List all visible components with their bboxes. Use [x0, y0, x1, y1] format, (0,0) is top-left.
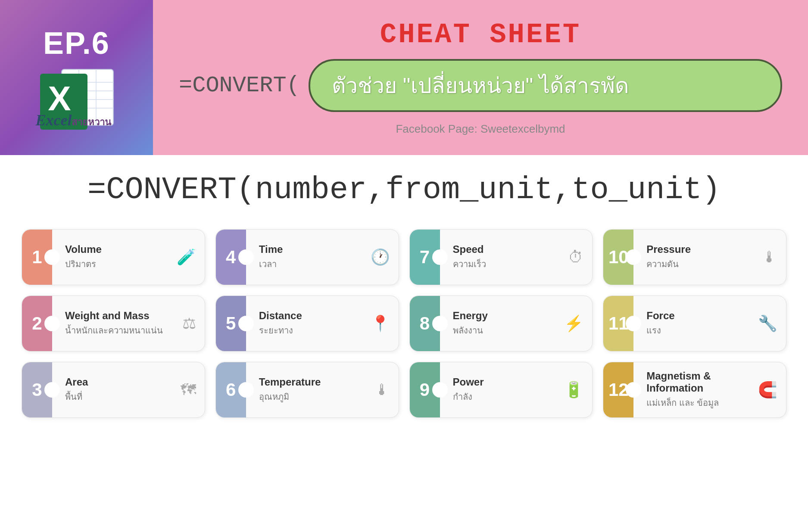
card-title: Pressure [646, 243, 753, 255]
cards-grid: 1 Volume ปริมาตร 🧪 4 Time เวลา 🕐 7 Speed… [0, 216, 808, 439]
card-subtitle: แม่เหล็ก และ ข้อมูล [646, 396, 749, 410]
card-icon: 🕐 [371, 248, 390, 266]
card-content: Distance ระยะทาง [246, 303, 371, 344]
card-item: 6 Temperature อุณหภูมิ 🌡 [215, 362, 399, 418]
card-number: 12 [603, 362, 633, 417]
card-number: 4 [216, 230, 246, 285]
card-title: Magnetism & Information [646, 370, 749, 394]
card-number: 2 [22, 296, 52, 351]
fb-page: Facebook Page: Sweetexcelbymd [179, 122, 782, 136]
card-content: Pressure ความดัน [633, 237, 762, 277]
card-item: 7 Speed ความเร็ว ⏱ [409, 229, 593, 285]
card-subtitle: ระยะทาง [259, 324, 362, 337]
card-item: 1 Volume ปริมาตร 🧪 [22, 229, 205, 285]
card-icon: 🧪 [177, 248, 196, 266]
excel-brand-text: Excel [36, 112, 72, 129]
card-item: 10 Pressure ความดัน 🌡 [603, 229, 786, 285]
card-item: 11 Force แรง 🔧 [603, 296, 786, 352]
card-item: 9 Power กำลัง 🔋 [409, 362, 593, 418]
convert-label: =CONVERT( [179, 73, 300, 98]
card-title: Area [65, 376, 172, 388]
card-item: 8 Energy พลังงาน ⚡ [409, 296, 593, 352]
card-icon: ⚖ [182, 314, 196, 333]
card-icon: 📍 [371, 314, 390, 333]
card-subtitle: พื้นที่ [65, 390, 172, 404]
card-number: 5 [216, 296, 246, 351]
card-subtitle: ปริมาตร [65, 257, 168, 271]
header-left-panel: EP.6 X Excelสายหวาน [0, 0, 153, 155]
card-content: Power กำลัง [440, 370, 565, 410]
excel-logo: X Excelสายหวาน [36, 65, 118, 130]
card-subtitle: อุณหภูมิ [259, 390, 366, 404]
card-icon: 🌡 [762, 248, 777, 266]
card-subtitle: ความเร็ว [453, 257, 560, 271]
card-subtitle: แรง [646, 324, 749, 337]
card-title: Distance [259, 310, 362, 322]
card-icon: ⚡ [564, 314, 583, 333]
card-title: Weight and Mass [65, 310, 174, 322]
card-icon: 🗺 [181, 381, 196, 399]
card-title: Power [453, 376, 556, 388]
card-number: 9 [410, 362, 440, 417]
card-icon: 🧲 [758, 381, 777, 399]
card-title: Speed [453, 243, 560, 255]
card-content: Temperature อุณหภูมิ [246, 370, 374, 410]
card-content: Force แรง [633, 303, 758, 344]
convert-bubble: ตัวช่วย "เปลี่ยนหน่วย" ได้สารพัด [309, 59, 782, 112]
card-number: 1 [22, 230, 52, 285]
card-icon: 🌡 [374, 381, 390, 399]
formula-text: =CONVERT(number,from_unit,to_unit) [26, 172, 782, 208]
card-icon: 🔋 [564, 381, 583, 399]
card-number: 6 [216, 362, 246, 417]
card-content: Energy พลังงาน [440, 303, 565, 344]
card-title: Force [646, 310, 749, 322]
card-number: 3 [22, 362, 52, 417]
card-number: 11 [603, 296, 633, 351]
card-item: 2 Weight and Mass น้ำหนักและความหนาแน่น … [22, 296, 205, 352]
card-title: Volume [65, 243, 168, 255]
card-subtitle: กำลัง [453, 390, 556, 404]
card-content: Speed ความเร็ว [440, 237, 568, 277]
card-title: Temperature [259, 376, 366, 388]
card-item: 5 Distance ระยะทาง 📍 [215, 296, 399, 352]
cheat-sheet-title: CHEAT SHEET [179, 19, 782, 50]
card-content: Weight and Mass น้ำหนักและความหนาแน่น [52, 303, 182, 344]
header-right-panel: CHEAT SHEET =CONVERT( ตัวช่วย "เปลี่ยนหน… [153, 0, 808, 155]
excel-sub-text: สายหวาน [72, 117, 111, 128]
card-item: 12 Magnetism & Information แม่เหล็ก และ … [603, 362, 786, 418]
card-title: Energy [453, 310, 556, 322]
card-icon: 🔧 [758, 314, 777, 333]
card-number: 8 [410, 296, 440, 351]
card-content: Area พื้นที่ [52, 370, 181, 410]
card-icon: ⏱ [568, 248, 583, 266]
card-title: Time [259, 243, 362, 255]
card-subtitle: น้ำหนักและความหนาแน่น [65, 324, 174, 337]
card-number: 7 [410, 230, 440, 285]
card-number: 10 [603, 230, 633, 285]
ep-label: EP.6 [43, 25, 110, 61]
card-subtitle: ความดัน [646, 257, 753, 271]
card-content: Time เวลา [246, 237, 371, 277]
card-subtitle: เวลา [259, 257, 362, 271]
card-subtitle: พลังงาน [453, 324, 556, 337]
card-content: Magnetism & Information แม่เหล็ก และ ข้อ… [633, 364, 758, 416]
formula-section: =CONVERT(number,from_unit,to_unit) [0, 155, 808, 216]
card-content: Volume ปริมาตร [52, 237, 177, 277]
card-item: 3 Area พื้นที่ 🗺 [22, 362, 205, 418]
convert-row: =CONVERT( ตัวช่วย "เปลี่ยนหน่วย" ได้สารพ… [179, 59, 782, 112]
bubble-text: ตัวช่วย "เปลี่ยนหน่วย" ได้สารพัด [332, 74, 629, 98]
header-banner: EP.6 X Excelสายหวาน [0, 0, 808, 155]
card-item: 4 Time เวลา 🕐 [215, 229, 399, 285]
